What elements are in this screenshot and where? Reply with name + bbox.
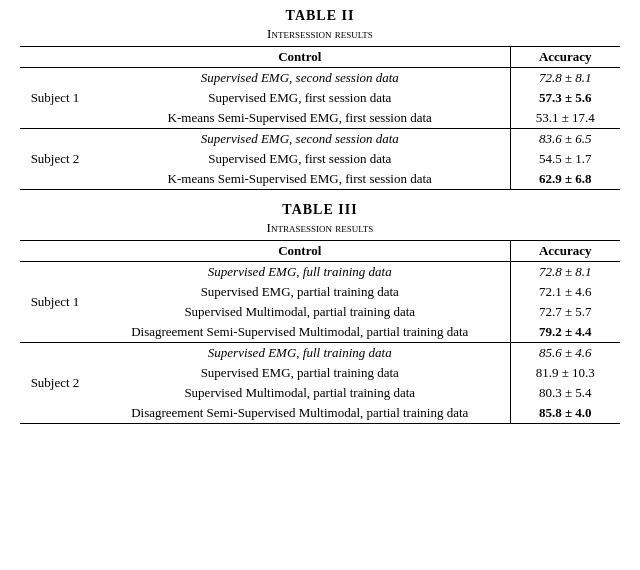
subject-label: Subject 2 [20,343,90,424]
subject-label: Subject 1 [20,68,90,129]
control-cell: Disagreement Semi-Supervised Multimodal,… [90,322,510,343]
table-row: Subject 2Supervised EMG, full training d… [20,343,620,364]
accuracy-cell: 53.1 ± 17.4 [510,108,620,129]
table-row: Subject 1Supervised EMG, second session … [20,68,620,89]
control-cell: Supervised EMG, second session data [90,68,510,89]
control-cell: K-means Semi-Supervised EMG, first sessi… [90,108,510,129]
table2-header-accuracy: Accuracy [510,47,620,68]
control-cell: Supervised Multimodal, partial training … [90,383,510,403]
accuracy-cell: 79.2 ± 4.4 [510,322,620,343]
table3-header-subject [20,241,90,262]
control-cell: Supervised EMG, first session data [90,149,510,169]
table-row: Disagreement Semi-Supervised Multimodal,… [20,403,620,424]
table2-title: TABLE II [286,8,355,24]
table3-subtitle: Intrasession results [267,220,374,236]
table2-subtitle: Intersession results [267,26,373,42]
control-cell: Supervised EMG, first session data [90,88,510,108]
table2-header-control: Control [90,47,510,68]
table-row: Supervised Multimodal, partial training … [20,302,620,322]
table3-header-control: Control [90,241,510,262]
table2-header-subject [20,47,90,68]
table-row: Supervised EMG, partial training data72.… [20,282,620,302]
accuracy-cell: 72.8 ± 8.1 [510,262,620,283]
control-cell: Disagreement Semi-Supervised Multimodal,… [90,403,510,424]
accuracy-cell: 57.3 ± 5.6 [510,88,620,108]
table3: Control Accuracy Subject 1Supervised EMG… [20,240,620,424]
accuracy-cell: 83.6 ± 6.5 [510,129,620,150]
table2: Control Accuracy Subject 1Supervised EMG… [20,46,620,190]
accuracy-cell: 80.3 ± 5.4 [510,383,620,403]
table3-header-accuracy: Accuracy [510,241,620,262]
table-row: Supervised Multimodal, partial training … [20,383,620,403]
control-cell: Supervised EMG, partial training data [90,363,510,383]
accuracy-cell: 54.5 ± 1.7 [510,149,620,169]
control-cell: Supervised EMG, full training data [90,262,510,283]
subject-label: Subject 1 [20,262,90,343]
table3-title: TABLE III [282,202,357,218]
table-row: K-means Semi-Supervised EMG, first sessi… [20,169,620,190]
control-cell: Supervised EMG, full training data [90,343,510,364]
table-row: Supervised EMG, first session data54.5 ±… [20,149,620,169]
control-cell: Supervised Multimodal, partial training … [90,302,510,322]
accuracy-cell: 72.8 ± 8.1 [510,68,620,89]
control-cell: Supervised EMG, partial training data [90,282,510,302]
table-row: Subject 1Supervised EMG, full training d… [20,262,620,283]
accuracy-cell: 81.9 ± 10.3 [510,363,620,383]
table-row: Subject 2Supervised EMG, second session … [20,129,620,150]
accuracy-cell: 85.6 ± 4.6 [510,343,620,364]
accuracy-cell: 85.8 ± 4.0 [510,403,620,424]
table-row: Disagreement Semi-Supervised Multimodal,… [20,322,620,343]
accuracy-cell: 72.1 ± 4.6 [510,282,620,302]
subject-label: Subject 2 [20,129,90,190]
control-cell: K-means Semi-Supervised EMG, first sessi… [90,169,510,190]
table-row: Supervised EMG, first session data57.3 ±… [20,88,620,108]
accuracy-cell: 72.7 ± 5.7 [510,302,620,322]
table-row: K-means Semi-Supervised EMG, first sessi… [20,108,620,129]
accuracy-cell: 62.9 ± 6.8 [510,169,620,190]
table-row: Supervised EMG, partial training data81.… [20,363,620,383]
control-cell: Supervised EMG, second session data [90,129,510,150]
